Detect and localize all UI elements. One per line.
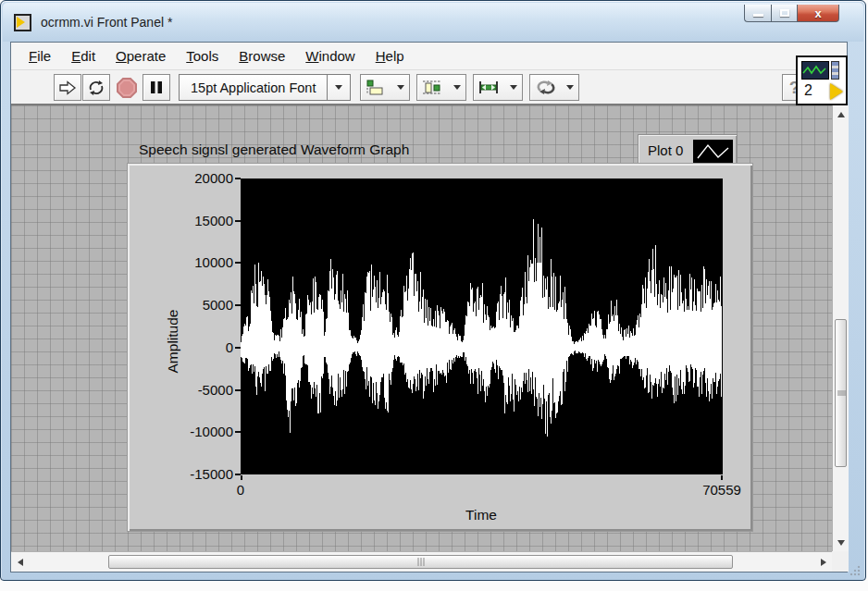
font-selector-value: 15pt Application Font	[180, 75, 327, 100]
x-tick-label: 0	[237, 482, 244, 498]
menu-window[interactable]: Window	[295, 43, 365, 68]
vi-icon-side-strip	[831, 61, 839, 80]
plot-legend-label: Plot 0	[648, 142, 683, 158]
vi-icon-graph-thumb	[801, 61, 829, 80]
toolbar: 15pt Application Font	[11, 71, 847, 105]
y-tick-label: -5000	[178, 382, 233, 398]
scroll-down-button[interactable]	[833, 535, 849, 550]
y-tick-label: 15000	[178, 213, 233, 228]
front-panel-canvas: Speech signsl generated Waveform Graph P…	[11, 105, 832, 551]
arrow-right-icon	[821, 559, 826, 566]
y-tick-label: 0	[178, 339, 233, 355]
arrow-up-icon	[837, 112, 845, 117]
vi-icon-number: 2	[804, 82, 812, 99]
titlebar[interactable]: ocrmm.vi Front Panel * x	[3, 3, 863, 42]
arrow-down-icon	[837, 540, 845, 546]
abort-stop-icon	[116, 77, 138, 99]
minimize-button[interactable]	[744, 5, 771, 22]
align-objects-icon	[366, 80, 386, 95]
maximize-button[interactable]	[771, 5, 798, 22]
run-continuously-button[interactable]	[82, 74, 110, 101]
horizontal-scrollbar-thumb[interactable]	[108, 555, 733, 569]
thumb-gripper-icon	[416, 558, 425, 566]
chevron-down-icon	[566, 85, 574, 90]
scroll-right-button[interactable]	[815, 554, 831, 570]
y-tick-label: 20000	[178, 170, 233, 186]
plot-area[interactable]	[241, 179, 723, 474]
close-icon: x	[814, 7, 821, 19]
scrollbar-corner	[832, 551, 849, 572]
arrow-left-icon	[18, 559, 23, 566]
pause-button[interactable]	[143, 74, 170, 101]
waveform-graph: Amplitude 20000150001000050000-5000-1000…	[127, 163, 753, 532]
menu-tools[interactable]: Tools	[176, 43, 229, 68]
scroll-up-button[interactable]	[833, 106, 849, 122]
y-tick-label: 5000	[178, 297, 233, 313]
reorder-button[interactable]	[529, 74, 579, 101]
labview-front-panel-window: ocrmm.vi Front Panel * x File Edit Opera…	[0, 0, 866, 581]
menu-edit[interactable]: Edit	[61, 43, 105, 68]
window-client-area: File Edit Operate Tools Browse Window He…	[10, 42, 848, 573]
y-tick-label: 10000	[178, 254, 233, 270]
reorder-icon	[535, 80, 557, 95]
vi-icon-arrow	[830, 83, 843, 100]
run-arrow-icon	[58, 80, 77, 95]
menu-help[interactable]: Help	[366, 43, 415, 68]
abort-button	[113, 74, 141, 101]
x-tick-mark	[721, 475, 723, 480]
horizontal-scrollbar[interactable]	[11, 551, 832, 572]
pause-icon	[150, 80, 163, 94]
thumb-gripper-icon	[837, 390, 846, 397]
y-tick-label: -10000	[178, 424, 233, 439]
chevron-down-icon	[453, 85, 461, 90]
x-tick-label: 70559	[702, 482, 741, 498]
font-selector[interactable]: 15pt Application Font	[179, 74, 351, 101]
chevron-down-icon	[510, 85, 517, 90]
resize-objects-icon	[478, 80, 499, 95]
vertical-scrollbar-thumb[interactable]	[835, 319, 847, 467]
window-resize-grip[interactable]	[849, 565, 861, 576]
menu-operate[interactable]: Operate	[105, 43, 176, 68]
font-selector-dropdown[interactable]	[327, 75, 350, 100]
window-title: ocrmm.vi Front Panel *	[41, 15, 172, 30]
y-tick-label: -15000	[178, 466, 233, 482]
resize-objects-button[interactable]	[473, 74, 523, 101]
x-tick-mark	[241, 475, 242, 480]
align-objects-button[interactable]	[360, 74, 410, 101]
chevron-down-icon	[335, 85, 342, 90]
plot-legend-sample[interactable]	[693, 140, 733, 164]
chevron-down-icon	[397, 85, 404, 90]
close-button[interactable]: x	[798, 5, 839, 22]
labview-vi-icon[interactable]	[14, 14, 31, 31]
vi-icon-pane[interactable]: 2	[796, 55, 848, 105]
maximize-icon	[780, 9, 789, 17]
menubar: File Edit Operate Tools Browse Window He…	[11, 43, 847, 70]
distribute-objects-icon	[422, 80, 442, 95]
x-axis-label: Time	[465, 507, 497, 523]
distribute-objects-button[interactable]	[416, 74, 466, 101]
menu-browse[interactable]: Browse	[229, 43, 295, 68]
graph-title: Speech signsl generated Waveform Graph	[139, 142, 409, 158]
scroll-left-button[interactable]	[12, 554, 28, 570]
menu-file[interactable]: File	[19, 43, 61, 68]
vertical-scrollbar[interactable]	[832, 105, 849, 551]
run-button[interactable]	[54, 74, 81, 101]
minimize-icon	[753, 14, 763, 17]
run-continuous-icon	[87, 80, 105, 96]
